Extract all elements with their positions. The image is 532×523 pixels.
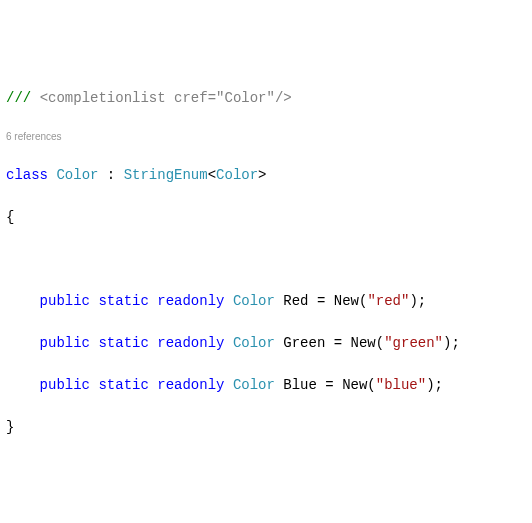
codelens-color[interactable]: 6 references bbox=[0, 130, 532, 144]
field-green-name: Green bbox=[283, 335, 325, 351]
field-green[interactable]: public static readonly Color Green = New… bbox=[0, 333, 532, 354]
xml-tag-open: <completionlist bbox=[40, 90, 166, 106]
close-brace[interactable]: } bbox=[0, 417, 532, 438]
blank-line[interactable] bbox=[0, 459, 532, 480]
class-color-decl[interactable]: class Color : StringEnum<Color> bbox=[0, 165, 532, 186]
type-color: Color bbox=[56, 167, 98, 183]
empty-line[interactable] bbox=[0, 249, 532, 270]
field-red-name: Red bbox=[283, 293, 308, 309]
doc-comment-line[interactable]: /// <completionlist cref="Color"/> bbox=[0, 88, 532, 109]
field-blue-name: Blue bbox=[283, 377, 317, 393]
xml-attr-val: "Color" bbox=[216, 90, 275, 106]
type-stringenum: StringEnum bbox=[124, 167, 208, 183]
open-brace[interactable]: { bbox=[0, 207, 532, 228]
field-red[interactable]: public static readonly Color Red = New("… bbox=[0, 291, 532, 312]
doc-comment-prefix: /// bbox=[6, 90, 31, 106]
xml-tag-close: /> bbox=[275, 90, 292, 106]
field-blue[interactable]: public static readonly Color Blue = New(… bbox=[0, 375, 532, 396]
blank-line[interactable] bbox=[0, 501, 532, 522]
xml-attr-name: cref bbox=[174, 90, 208, 106]
